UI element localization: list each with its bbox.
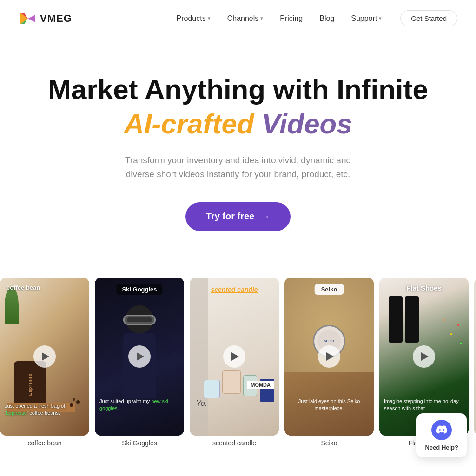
nav-link-products[interactable]: Products ▾ (177, 14, 211, 23)
momda-badge: MOMDA (247, 381, 274, 389)
brand-name: VMEG (40, 13, 72, 25)
shoes-title-badge: Flat Shoes (406, 284, 442, 292)
logo-icon (19, 10, 35, 27)
nav-item-blog[interactable]: Blog (319, 14, 334, 23)
chevron-down-icon: ▾ (208, 15, 211, 21)
nav-link-blog[interactable]: Blog (319, 14, 334, 23)
play-triangle-icon (231, 352, 239, 361)
video-card-shoes: Flat Shoes Imagine stepping into the hol… (379, 278, 469, 436)
video-card-seiko: SEIKO Seiko Just laid eyes on this Seiko… (284, 278, 374, 436)
nav-links: Products ▾ Channels ▾ Pricing Blog Suppo… (177, 14, 382, 23)
svg-marker-3 (28, 15, 35, 22)
play-button-seiko[interactable] (318, 345, 340, 368)
seiko-title-badge: Seiko (315, 284, 344, 295)
label-bow: Bow (474, 439, 476, 447)
logo-area[interactable]: VMEG (19, 10, 72, 27)
play-triangle-icon (326, 352, 334, 361)
nav-item-channels[interactable]: Channels ▾ (227, 14, 264, 23)
candle-yo-text: Yo. (196, 399, 207, 408)
label-seiko: Seiko (284, 439, 374, 447)
discord-icon (431, 420, 452, 440)
nav-link-pricing[interactable]: Pricing (280, 14, 303, 23)
play-triangle-icon (421, 352, 429, 361)
label-coffee: coffee bean (0, 439, 89, 447)
arrow-icon: → (260, 211, 270, 223)
play-triangle-icon (137, 352, 144, 361)
nav-link-channels[interactable]: Channels ▾ (227, 14, 264, 23)
video-section: Espresso coffee bean Just opened a fresh… (0, 259, 476, 447)
video-card-coffee: Espresso coffee bean Just opened a fresh… (0, 278, 89, 436)
hero-title-line2: AI-crafted Videos (28, 109, 448, 139)
shoes-caption: Imagine stepping into the holiday season… (384, 398, 464, 412)
video-card-bow (474, 278, 476, 436)
hero-section: Market Anything with Infinite AI-crafted… (0, 37, 476, 259)
video-card-candle: TASHE scented candle MOMDA Yo. (190, 278, 279, 436)
hero-videos-text: Videos (262, 108, 352, 139)
ski-title-badge: Ski Goggles (116, 284, 162, 295)
label-ski: Ski Goggles (95, 439, 184, 447)
seiko-caption: Just laid eyes on this Seiko masterpiece… (289, 398, 369, 412)
video-cards-row: Espresso coffee bean Just opened a fresh… (0, 278, 476, 436)
get-started-button[interactable]: Get Started (400, 10, 457, 26)
hero-title-line1: Market Anything with Infinite (28, 74, 448, 105)
play-button-candle[interactable] (223, 345, 245, 368)
chevron-down-icon: ▾ (379, 15, 382, 21)
label-candle: scented candle (190, 439, 279, 447)
nav-cta-area: Get Started (400, 10, 457, 26)
candle-title-badge: scented candle (205, 284, 263, 295)
coffee-caption: Just opened a fresh bag of 'Espresso' co… (5, 403, 85, 417)
play-triangle-icon (42, 352, 49, 361)
hero-subtitle: Transform your inventory and idea into v… (117, 153, 359, 182)
coffee-title-badge: coffee bean (7, 284, 40, 291)
play-button-shoes[interactable] (413, 345, 435, 368)
nav-item-products[interactable]: Products ▾ (177, 14, 211, 23)
video-card-ski: Ski Goggles Just suited up with my new s… (95, 278, 184, 436)
nav-link-support[interactable]: Support ▾ (351, 14, 382, 23)
try-for-free-button[interactable]: Try for free → (185, 202, 291, 231)
navbar: VMEG Products ▾ Channels ▾ Pricing Blog (0, 0, 476, 37)
discord-logo-icon (436, 425, 448, 435)
play-button-ski[interactable] (128, 345, 151, 368)
hero-ai-crafted: AI-crafted (124, 108, 254, 139)
nav-item-support[interactable]: Support ▾ (351, 14, 382, 23)
video-labels-row: coffee bean Ski Goggles scented candle S… (0, 436, 476, 447)
ski-caption: Just suited up with my new ski goggles. (99, 398, 179, 412)
play-button-coffee[interactable] (33, 345, 56, 368)
discord-help-label: Need Help? (425, 444, 458, 447)
discord-widget[interactable]: Need Help? (416, 413, 467, 447)
chevron-down-icon: ▾ (260, 15, 263, 21)
cta-label: Try for free (206, 211, 254, 222)
nav-item-pricing[interactable]: Pricing (280, 14, 303, 23)
